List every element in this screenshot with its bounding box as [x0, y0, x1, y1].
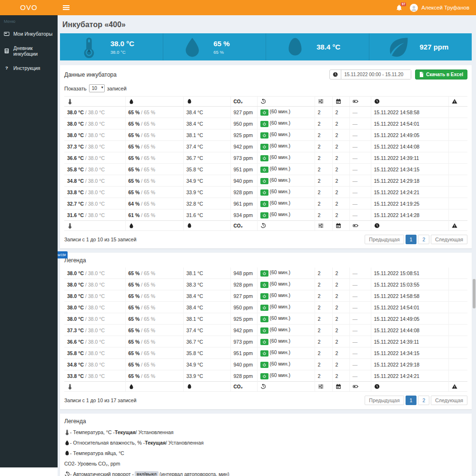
col-errors-cell — [448, 198, 467, 209]
user-avatar[interactable] — [410, 4, 418, 12]
col-battery-cell: — — [349, 336, 371, 347]
col-egg-temperature-cell: 38.1 °C — [183, 129, 230, 141]
turn-on-badge — [260, 189, 268, 196]
page-size-select[interactable]: 10 — [89, 84, 105, 92]
col-program-cell: 2 — [315, 336, 332, 347]
col-co2-cell: 925 ppm — [230, 129, 257, 141]
col-temperature-header — [64, 382, 125, 392]
notifications-button[interactable]: 97 — [396, 5, 402, 11]
col-humidity-header — [125, 382, 183, 392]
sidebar-toggle-button[interactable] — [58, 0, 75, 15]
user-menu[interactable]: Алексей Труфанов — [421, 5, 469, 10]
col-errors-cell — [448, 325, 467, 336]
col-auto-turn-cell: (60 мин.) — [257, 187, 315, 198]
col-temperature-cell: 38.0 °C / 38.0 °C — [64, 118, 125, 129]
col-egg-temperature-cell: 38.4 °C — [183, 290, 230, 302]
top-navbar: OVO 97 Алексей Труфанов — [0, 0, 476, 15]
col-temperature-cell: 34.8 °C / 38.0 °C — [64, 359, 125, 370]
col-humidity-cell: 65 % / 65 % — [125, 336, 183, 347]
turn-on-badge — [260, 270, 268, 277]
col-temperature-cell: 38.0 °C / 38.0 °C — [64, 129, 125, 141]
pagination-next-button[interactable]: Следующая — [431, 235, 467, 244]
col-datetime-cell: 15.11.2022 14:19:25 — [371, 198, 448, 209]
app-logo[interactable]: OVO — [0, 0, 58, 15]
col-incubation-day-header — [332, 221, 349, 231]
col-incubation-day-cell: 2 — [332, 347, 349, 359]
col-temperature-cell: 32.7 °C / 38.0 °C — [64, 198, 125, 209]
table-row: 33.8 °C / 38.0 °C65 % / 65 %33.9 °C928 p… — [64, 370, 467, 382]
col-egg-temperature-cell: 38.4 °C — [183, 118, 230, 129]
legend-text: - Автоматический поворот - — [70, 471, 134, 476]
stat-card-text: 38.0 °C38.0 °C — [110, 40, 134, 55]
table-row: 38.0 °C / 38.0 °C65 % / 65 %38.4 °C927 p… — [64, 107, 467, 118]
col-incubation-day-cell: 2 — [332, 175, 349, 187]
second-data-panel: https://online.ovoincubator.ru/incubator… — [60, 253, 472, 409]
sidebar-item-journal[interactable]: Дневник инкубации — [0, 41, 58, 61]
col-humidity-cell: 65 % / 65 % — [125, 129, 183, 141]
turn-on-badge — [260, 167, 268, 173]
table-row: 38.0 °C / 38.0 °C65 % / 65 %38.4 °C950 p… — [64, 302, 467, 313]
col-datetime-cell: 15.11.2022 14:58:58 — [371, 290, 448, 302]
col-egg-temperature-cell: 36.7 °C — [183, 336, 230, 347]
col-auto-turn-cell: (60 мин.) — [257, 107, 315, 118]
col-co2-cell: 948 ppm — [230, 268, 257, 279]
col-co2-cell: 951 ppm — [230, 347, 257, 359]
col-incubation-day-cell: 2 — [332, 336, 349, 347]
pagination-prev-button[interactable]: Предыдущая — [365, 396, 404, 405]
col-program-cell: 2 — [315, 141, 332, 152]
date-range-group — [329, 69, 411, 79]
legend-item: CO2 - Уровень CO₂, ppm — [64, 461, 467, 466]
pagination-prev-button[interactable]: Предыдущая — [365, 235, 404, 244]
legend-text: - Уровень CO₂, ppm — [75, 461, 120, 466]
pagination-next-button[interactable]: Следующая — [431, 396, 467, 405]
vertical-scrollbar-thumb[interactable] — [473, 279, 476, 308]
pagination-page-2[interactable]: 2 — [418, 235, 429, 244]
col-egg-temperature-cell: 38.1 °C — [183, 313, 230, 325]
turn-icon — [260, 223, 266, 228]
pagination-page-1[interactable]: 1 — [406, 396, 417, 405]
sidebar-item-incubators[interactable]: Мои Инкубаторы — [0, 27, 58, 41]
col-battery-cell: — — [349, 198, 371, 209]
legend-item: - Относительная влажность, % - Текущая /… — [64, 440, 467, 446]
legend-text: - Температура яйца, °C — [70, 450, 124, 456]
calendar-icon — [336, 223, 341, 228]
date-range-input[interactable] — [341, 70, 411, 79]
turn-interval-text: (60 мин.) — [270, 372, 290, 378]
table-records-info: Записи с 1 до 10 из 17 записей — [64, 397, 137, 403]
col-egg-temperature-cell: 33.9 °C — [183, 187, 230, 198]
col-egg-temperature-cell: 38.1 °C — [183, 268, 230, 279]
col-errors-cell — [448, 290, 467, 302]
turn-interval-text: (60 мин.) — [270, 188, 290, 194]
drop-icon — [181, 36, 203, 58]
drop-icon — [64, 440, 70, 446]
col-co2-header: CO₂ — [230, 221, 257, 231]
legend-item: - Температура, °C - Текущая / Установлен… — [64, 429, 467, 435]
pagination-page-2[interactable]: 2 — [418, 396, 429, 405]
col-errors-cell — [448, 336, 467, 347]
col-auto-turn-cell: (60 мин.) — [257, 325, 315, 336]
col-auto-turn-cell: (60 мин.) — [257, 141, 315, 152]
col-datetime-cell: 15.11.2022 14:39:11 — [371, 336, 448, 347]
legend-bold-text: Текущая — [145, 440, 166, 446]
col-egg-temperature-cell: 36.7 °C — [183, 152, 230, 164]
stat-card-egg: 38.4 °C — [266, 33, 369, 60]
col-datetime-cell: 15.11.2022 14:29:18 — [371, 359, 448, 370]
col-auto-turn-cell: (60 мин.) — [257, 347, 315, 359]
sidebar-item-help[interactable]: ?Инструкция — [0, 61, 58, 75]
col-battery-cell: — — [349, 164, 371, 175]
table-row: 38.0 °C / 38.0 °C65 % / 65 %38.1 °C925 p… — [64, 313, 467, 325]
col-co2-cell: 950 ppm — [230, 302, 257, 313]
download-excel-button[interactable]: Скачать в Excel — [415, 69, 467, 79]
turn-on-badge — [260, 121, 268, 127]
col-errors-cell — [448, 175, 467, 187]
pagination-page-1[interactable]: 1 — [406, 235, 417, 244]
stat-card-text: 65 %65 % — [214, 40, 230, 55]
col-errors-cell — [448, 347, 467, 359]
col-incubation-day-cell: 2 — [332, 302, 349, 313]
turn-interval-text: (60 мин.) — [270, 269, 290, 275]
col-errors-header — [448, 221, 467, 231]
col-humidity-header — [125, 221, 183, 231]
stat-cards-row: 38.0 °C38.0 °C65 %65 %38.4 °C927 ppm — [60, 33, 472, 60]
turn-on-badge — [260, 293, 268, 299]
sidebar: Меню Мои ИнкубаторыДневник инкубации?Инс… — [0, 15, 58, 467]
